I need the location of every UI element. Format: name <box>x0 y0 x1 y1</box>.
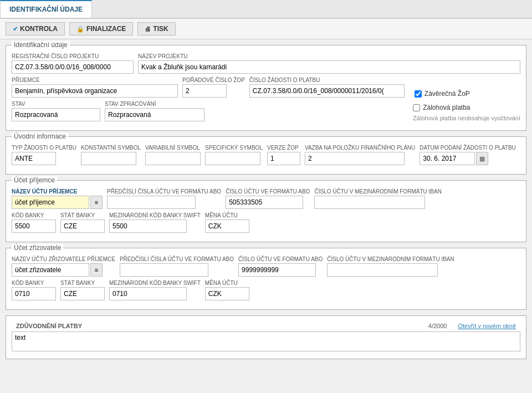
nazev-uctu-prijemce-list-button[interactable]: ≡ <box>90 196 103 209</box>
zduvodneni-title: ZDŮVODNĚNÍ PLATBY <box>16 323 82 329</box>
tisk-label: TISK <box>153 25 168 33</box>
tab-identifikacni-udaje[interactable]: IDENTIFIKAČNÍ ÚDAJE <box>0 0 92 18</box>
predcisli-prijemce-label: PŘEDČÍSLÍ ČÍSLA ÚČTU VE FORMÁTU ABO <box>107 188 221 195</box>
stav-zpracovani-label: STAV ZPRACOVÁNÍ <box>105 101 204 107</box>
group-reg-cislo: REGISTRAČNÍ ČÍSLO PROJEKTU <box>12 53 134 74</box>
poradove-cislo-input[interactable] <box>182 84 227 98</box>
zduvodneni-counter: 4/2000 <box>428 323 447 329</box>
row-prijemce: PŘÍJEMCE POŘADOVÉ ČÍSLO ŽOP ČÍSLO ŽÁDOST… <box>12 77 520 98</box>
datum-calendar-button[interactable] <box>476 152 488 165</box>
group-typ-zadosti: TYP ŽÁDOSTI O PLATBU <box>12 145 76 165</box>
group-mezinar-kod-zrizovatele: MEZINÁRODNÍ KÓD BANKY SWIFT <box>109 280 201 300</box>
finalizace-button[interactable]: FINALIZACE <box>69 22 133 35</box>
mena-uctu-prijemce-input[interactable] <box>205 220 249 233</box>
stav-zpracovani-input[interactable] <box>105 108 204 121</box>
group-cislo-zadosti: ČÍSLO ŽÁDOSTI O PLATBU <box>249 77 405 98</box>
zalohova-checkbox[interactable] <box>413 104 420 111</box>
group-prijemce: PŘÍJEMCE <box>12 77 178 98</box>
section-ucet-zrizovatele-title: Účet zřizovatele <box>12 244 63 252</box>
group-cislo-uctu-zrizovatele: ČÍSLO ÚČTU VE FORMÁTU ABO <box>238 256 323 277</box>
group-poradove-cislo: POŘADOVÉ ČÍSLO ŽOP <box>182 77 245 98</box>
variabilni-label: VARIABILNÍ SYMBOL <box>145 145 201 151</box>
group-predcisli-zrizovatele: PŘEDČÍSLÍ ČÍSLA ÚČTU VE FORMÁTU ABO <box>120 256 234 277</box>
zaverecna-checkbox[interactable] <box>415 90 422 98</box>
zduvodneni-header: ZDŮVODNĚNÍ PLATBY 4/2000 Otevřít v novém… <box>12 320 520 331</box>
group-stat-banky-zrizovatele: STÁT BANKY <box>60 280 105 300</box>
cislo-uctu-prijemce-label: ČÍSLO ÚČTU VE FORMÁTU ABO <box>226 188 310 195</box>
datum-input-group <box>420 152 516 165</box>
tisk-button[interactable]: TISK <box>137 22 175 35</box>
mezinar-kod-prijemce-input[interactable] <box>109 220 187 233</box>
group-specificky: SPECIFICKÝ SYMBOL <box>205 145 263 165</box>
verze-zop-input[interactable] <box>267 152 300 165</box>
datum-input[interactable] <box>420 152 475 165</box>
nazev-uctu-prijemce-input-group: ≡ <box>12 196 103 209</box>
cislo-uctu-zrizovatele-label: ČÍSLO ÚČTU VE FORMÁTU ABO <box>238 256 323 262</box>
stat-banky-prijemce-input[interactable] <box>60 220 105 233</box>
group-nazev-uctu-prijemce: NÁZEV ÚČTU PŘÍJEMCE ≡ <box>12 188 103 209</box>
mena-uctu-zrizovatele-label: MĚNA ÚČTU <box>205 280 249 286</box>
kod-banky-zrizovatele-input[interactable] <box>12 287 56 300</box>
row-ucet-prijemce-2: KÓD BANKY STÁT BANKY MEZINÁRODNÍ KÓD BAN… <box>12 212 520 233</box>
predcisli-prijemce-input[interactable] <box>107 196 196 209</box>
check-icon <box>13 25 18 33</box>
predcisli-zrizovatele-input[interactable] <box>120 263 208 277</box>
konstantni-input[interactable] <box>81 152 136 165</box>
specificky-label: SPECIFICKÝ SYMBOL <box>205 145 263 151</box>
section-ucet-zrizovatele: Účet zřizovatele NÁZEV ÚČTU ZŘIZOVATELE … <box>6 248 526 310</box>
specificky-input[interactable] <box>205 152 260 165</box>
group-konstantni: KONSTANTNÍ SYMBOL <box>81 145 141 165</box>
zaverecna-checkbox-row: Závěrečná ŽoP <box>415 90 470 98</box>
zduvodneni-textarea[interactable]: text <box>12 331 520 351</box>
row-ucet-zrizovatele-1: NÁZEV ÚČTU ZŘIZOVATELE PŘÍJEMCE ≡ PŘEDČÍ… <box>12 256 520 277</box>
section-ucet-prijemce-title: Účet příjemce <box>12 176 57 184</box>
verze-zop-label: VERZE ŽOP <box>267 145 300 151</box>
iban-prijemce-input[interactable] <box>314 196 425 209</box>
kontrola-button[interactable]: KONTROLA <box>6 22 65 35</box>
print-icon <box>145 25 151 33</box>
mena-uctu-prijemce-label: MĚNA ÚČTU <box>205 212 249 218</box>
zduvodneni-open-link[interactable]: Otevřít v novém okně <box>458 323 516 329</box>
mezinar-kod-zrizovatele-input[interactable] <box>109 287 187 300</box>
kod-banky-zrizovatele-label: KÓD BANKY <box>12 280 56 286</box>
group-kod-banky-zrizovatele: KÓD BANKY <box>12 280 56 300</box>
nazev-uctu-zrizovatele-input[interactable] <box>12 263 89 277</box>
nazev-uctu-prijemce-label: NÁZEV ÚČTU PŘÍJEMCE <box>12 188 103 195</box>
stat-banky-prijemce-label: STÁT BANKY <box>60 212 105 218</box>
group-nazev-uctu-zrizovatele: NÁZEV ÚČTU ZŘIZOVATELE PŘÍJEMCE ≡ <box>12 256 115 277</box>
iban-zrizovatele-input[interactable] <box>327 263 438 277</box>
vazba-input[interactable] <box>305 152 405 165</box>
nazev-uctu-prijemce-input[interactable] <box>12 196 89 209</box>
stat-banky-zrizovatele-input[interactable] <box>60 287 105 300</box>
typ-zadosti-input[interactable] <box>12 152 56 165</box>
cislo-zadosti-input[interactable] <box>249 84 405 98</box>
row-ucet-prijemce-1: NÁZEV ÚČTU PŘÍJEMCE ≡ PŘEDČÍSLÍ ČÍSLA ÚČ… <box>12 188 520 209</box>
stav-label: STAV <box>12 101 100 107</box>
nazev-uctu-zrizovatele-list-button[interactable]: ≡ <box>90 263 103 277</box>
mena-uctu-zrizovatele-input[interactable] <box>205 287 249 300</box>
tab-label: IDENTIFIKAČNÍ ÚDAJE <box>9 6 83 13</box>
kontrola-label: KONTROLA <box>20 25 58 33</box>
variabilni-input[interactable] <box>145 152 201 165</box>
group-mena-uctu-zrizovatele: MĚNA ÚČTU <box>205 280 249 300</box>
prijemce-label: PŘÍJEMCE <box>12 77 178 83</box>
stav-input[interactable] <box>12 108 100 121</box>
nazev-projektu-input[interactable] <box>138 60 520 74</box>
iban-prijemce-label: ČÍSLO ÚČTU V MEZINÁRODNÍM FORMÁTU IBAN <box>314 188 441 195</box>
prijemce-input[interactable] <box>12 84 178 98</box>
zalohova-note: Zálohová platba neobsahuje vyúčtování <box>413 115 520 121</box>
cislo-uctu-prijemce-input[interactable] <box>226 196 303 209</box>
cislo-uctu-zrizovatele-input[interactable] <box>238 263 316 277</box>
nazev-uctu-zrizovatele-label: NÁZEV ÚČTU ZŘIZOVATELE PŘÍJEMCE <box>12 256 115 262</box>
section-zduvodneni: ZDŮVODNĚNÍ PLATBY 4/2000 Otevřít v novém… <box>6 315 526 359</box>
group-stav-zpracovani: STAV ZPRACOVÁNÍ <box>105 101 204 121</box>
group-mena-uctu-prijemce: MĚNA ÚČTU <box>205 212 249 233</box>
group-iban-zrizovatele: ČÍSLO ÚČTU V MEZINÁRODNÍM FORMÁTU IBAN <box>327 256 454 277</box>
zalohova-label: Zálohová platba <box>423 104 470 111</box>
section-identifikacni: Identifikační údaje REGISTRAČNÍ ČÍSLO PR… <box>6 45 526 131</box>
zalohova-checkbox-row: Zálohová platba <box>413 104 520 111</box>
datum-label: DATUM PODÁNÍ ŽÁDOSTI O PLATBU <box>420 145 516 151</box>
kod-banky-prijemce-input[interactable] <box>12 220 56 233</box>
row-uvodni-fields: TYP ŽÁDOSTI O PLATBU KONSTANTNÍ SYMBOL V… <box>12 145 520 165</box>
reg-cislo-input[interactable] <box>12 60 134 74</box>
